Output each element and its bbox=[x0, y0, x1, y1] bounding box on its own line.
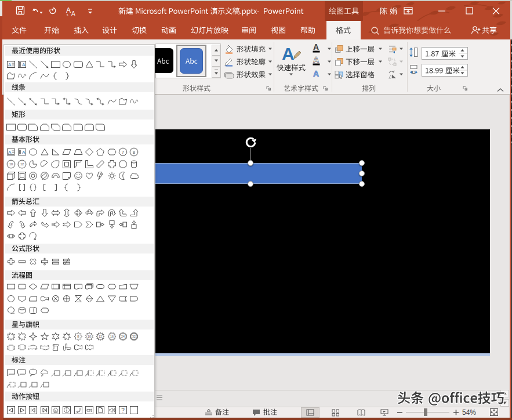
svg-text:A: A bbox=[71, 10, 75, 17]
svg-text:16: 16 bbox=[110, 334, 114, 338]
svg-text:7: 7 bbox=[122, 150, 124, 154]
svg-text:24: 24 bbox=[121, 334, 125, 338]
svg-text:12: 12 bbox=[20, 162, 24, 166]
svg-text:A: A bbox=[66, 6, 71, 15]
svg-text:A: A bbox=[313, 69, 319, 78]
svg-text:A: A bbox=[313, 55, 319, 64]
svg-text:8: 8 bbox=[133, 150, 135, 154]
svg-text:10: 10 bbox=[9, 162, 12, 166]
svg-text:10: 10 bbox=[88, 334, 91, 338]
svg-text:8: 8 bbox=[77, 335, 79, 338]
svg-text:A: A bbox=[282, 44, 295, 63]
svg-text:12: 12 bbox=[99, 334, 102, 338]
svg-text:A: A bbox=[8, 150, 12, 155]
svg-text:32: 32 bbox=[133, 334, 136, 338]
svg-text:A: A bbox=[22, 62, 26, 67]
svg-text:A: A bbox=[313, 43, 319, 52]
svg-text:A: A bbox=[22, 150, 26, 155]
svg-text:A: A bbox=[8, 62, 12, 67]
svg-text:?: ? bbox=[121, 407, 125, 414]
